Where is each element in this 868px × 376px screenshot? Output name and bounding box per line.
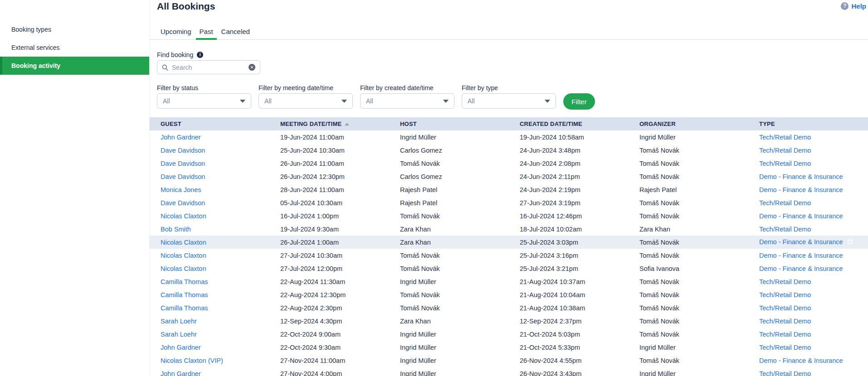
type-link[interactable]: Tech/Retail Demo bbox=[759, 291, 811, 299]
type-cell: Tech/Retail Demo bbox=[748, 130, 868, 144]
type-cell: Tech/Retail Demo bbox=[748, 314, 868, 328]
type-link[interactable]: Tech/Retail Demo bbox=[759, 370, 811, 376]
clear-search-icon[interactable]: ✕ bbox=[249, 64, 255, 71]
type-link[interactable]: Demo - Finance & Insurance bbox=[759, 173, 843, 180]
sidebar-item[interactable]: Booking types bbox=[0, 20, 149, 39]
guest-link[interactable]: Dave Davidson bbox=[161, 147, 205, 154]
guest-link[interactable]: Nicolas Claxton bbox=[161, 265, 206, 272]
guest-link[interactable]: John Gardner bbox=[161, 134, 201, 141]
sidebar-item[interactable]: External services bbox=[0, 39, 149, 57]
table-row[interactable]: Monica Jones 28-Jun-2024 11:00am Rajesh … bbox=[150, 183, 868, 196]
filter-select[interactable]: All bbox=[157, 93, 251, 109]
search-input[interactable] bbox=[172, 64, 249, 71]
column-header[interactable]: CREATED DATE/TIME bbox=[509, 117, 629, 130]
type-link[interactable]: Demo - Finance & Insurance bbox=[759, 252, 843, 259]
external-link-icon[interactable] bbox=[847, 238, 853, 246]
type-link[interactable]: Tech/Retail Demo bbox=[759, 278, 811, 285]
filter-label: Filter by status bbox=[157, 84, 251, 92]
created-date-cell: 21-Aug-2024 10:37am bbox=[509, 275, 629, 288]
filter-button[interactable]: Filter bbox=[563, 93, 595, 110]
table-row[interactable]: Dave Davidson 25-Jun-2024 10:30am Carlos… bbox=[150, 144, 868, 157]
column-header[interactable]: HOST bbox=[389, 117, 509, 130]
table-row[interactable]: Sarah Loehr 12-Sep-2024 4:30pm Zara Khan… bbox=[150, 314, 868, 328]
help-link[interactable]: ? Help bbox=[841, 2, 866, 10]
filter-select-value: All bbox=[366, 97, 373, 105]
tab[interactable]: Past bbox=[196, 25, 217, 40]
type-link[interactable]: Tech/Retail Demo bbox=[759, 226, 811, 233]
table-row[interactable]: Camilla Thomas 22-Aug-2024 12:30pm Tomáš… bbox=[150, 288, 868, 301]
created-date-cell: 27-Jun-2024 3:19pm bbox=[509, 196, 629, 209]
guest-link[interactable]: Nicolas Claxton bbox=[161, 212, 206, 220]
type-link[interactable]: Tech/Retail Demo bbox=[759, 147, 811, 154]
guest-link[interactable]: Nicolas Claxton bbox=[161, 239, 206, 246]
guest-link[interactable]: Bob Smith bbox=[161, 226, 191, 233]
table-row[interactable]: John Gardner 19-Jun-2024 11:00am Ingrid … bbox=[150, 130, 868, 144]
type-link[interactable]: Tech/Retail Demo bbox=[759, 134, 811, 141]
guest-link[interactable]: Dave Davidson bbox=[161, 199, 205, 207]
guest-link[interactable]: Camilla Thomas bbox=[161, 304, 208, 312]
table-row[interactable]: Camilla Thomas 22-Aug-2024 11:30am Ingri… bbox=[150, 275, 868, 288]
host-cell: Zara Khan bbox=[389, 236, 509, 249]
guest-link[interactable]: Camilla Thomas bbox=[161, 291, 208, 299]
table-row[interactable]: Bob Smith 19-Jul-2024 9:30am Zara Khan 1… bbox=[150, 222, 868, 236]
guest-link[interactable]: Camilla Thomas bbox=[161, 278, 208, 285]
filter-select[interactable]: All bbox=[258, 93, 353, 109]
type-cell: Tech/Retail Demo bbox=[748, 328, 868, 341]
sidebar-item[interactable]: Booking activity bbox=[0, 57, 149, 75]
type-link[interactable]: Demo - Finance & Insurance bbox=[759, 357, 843, 364]
table-row[interactable]: John Gardner 22-Oct-2024 9:30am Ingrid M… bbox=[150, 341, 868, 354]
guest-link[interactable]: Monica Jones bbox=[161, 186, 201, 193]
column-header[interactable]: TYPE bbox=[748, 117, 868, 130]
type-link[interactable]: Tech/Retail Demo bbox=[759, 304, 811, 312]
host-cell: Tomáš Novák bbox=[389, 209, 509, 222]
meeting-date-cell: 19-Jul-2024 9:30am bbox=[269, 222, 389, 236]
host-cell: Carlos Gomez bbox=[389, 170, 509, 183]
table-row[interactable]: Nicolas Claxton (VIP) 27-Nov-2024 11:00a… bbox=[150, 354, 868, 367]
host-cell: Ingrid Müller bbox=[389, 130, 509, 144]
table-row[interactable]: Camilla Thomas 22-Aug-2024 2:30pm Tomáš … bbox=[150, 301, 868, 314]
guest-link[interactable]: Sarah Loehr bbox=[161, 318, 197, 325]
type-link[interactable]: Tech/Retail Demo bbox=[759, 199, 811, 207]
type-link[interactable]: Demo - Finance & Insurance bbox=[759, 238, 843, 246]
filter-select[interactable]: All bbox=[462, 93, 556, 109]
table-row[interactable]: Sarah Loehr 22-Oct-2024 9:00am Ingrid Mü… bbox=[150, 328, 868, 341]
filter-label: Filter by meeting date/time bbox=[258, 84, 353, 92]
column-header[interactable]: MEETING DATE/TIME bbox=[269, 117, 389, 130]
table-row[interactable]: Nicolas Claxton 16-Jul-2024 1:00pm Tomáš… bbox=[150, 209, 868, 222]
type-link[interactable]: Demo - Finance & Insurance bbox=[759, 186, 843, 193]
guest-link[interactable]: Sarah Loehr bbox=[161, 331, 197, 338]
info-icon[interactable]: i bbox=[197, 52, 203, 58]
host-cell: Tomáš Novák bbox=[389, 288, 509, 301]
table-row[interactable]: Dave Davidson 05-Jul-2024 10:30am Rajesh… bbox=[150, 196, 868, 209]
tab[interactable]: Upcoming bbox=[157, 25, 195, 40]
guest-link[interactable]: Nicolas Claxton (VIP) bbox=[161, 357, 223, 364]
type-link[interactable]: Tech/Retail Demo bbox=[759, 318, 811, 325]
guest-link[interactable]: John Gardner bbox=[161, 370, 201, 376]
column-header[interactable]: GUEST bbox=[150, 117, 269, 130]
type-cell: Tech/Retail Demo bbox=[748, 288, 868, 301]
guest-link[interactable]: Nicolas Claxton bbox=[161, 252, 206, 259]
table-row[interactable]: Dave Davidson 26-Jun-2024 11:00am Tomáš … bbox=[150, 157, 868, 170]
filter-row: Filter by status All Filter by meeting d… bbox=[157, 84, 563, 109]
filter-select[interactable]: All bbox=[360, 93, 454, 109]
type-link[interactable]: Demo - Finance & Insurance bbox=[759, 265, 843, 272]
type-link[interactable]: Tech/Retail Demo bbox=[759, 344, 811, 351]
filter-select-value: All bbox=[163, 97, 170, 105]
table-row[interactable]: John Gardner 27-Nov-2024 4:00pm Ingrid M… bbox=[150, 367, 868, 376]
column-header[interactable]: ORGANIZER bbox=[629, 117, 748, 130]
table-row[interactable]: Nicolas Claxton 27-Jul-2024 10:30am Tomá… bbox=[150, 249, 868, 262]
table-row[interactable]: Nicolas Claxton 26-Jul-2024 1:00am Zara … bbox=[150, 236, 868, 249]
organizer-cell: Ingrid Müller bbox=[629, 130, 748, 144]
type-link[interactable]: Tech/Retail Demo bbox=[759, 331, 811, 338]
type-link[interactable]: Demo - Finance & Insurance bbox=[759, 212, 843, 220]
type-cell: Tech/Retail Demo bbox=[748, 341, 868, 354]
table-row[interactable]: Dave Davidson 26-Jun-2024 12:30pm Carlos… bbox=[150, 170, 868, 183]
guest-link[interactable]: Dave Davidson bbox=[161, 160, 205, 167]
guest-link[interactable]: Dave Davidson bbox=[161, 173, 205, 180]
guest-link[interactable]: John Gardner bbox=[161, 344, 201, 351]
guest-cell: Bob Smith bbox=[150, 222, 269, 236]
type-cell: Demo - Finance & Insurance bbox=[748, 183, 868, 196]
table-row[interactable]: Nicolas Claxton 27-Jul-2024 12:00pm Tomá… bbox=[150, 262, 868, 275]
type-link[interactable]: Tech/Retail Demo bbox=[759, 160, 811, 167]
tab[interactable]: Canceled bbox=[218, 25, 254, 40]
